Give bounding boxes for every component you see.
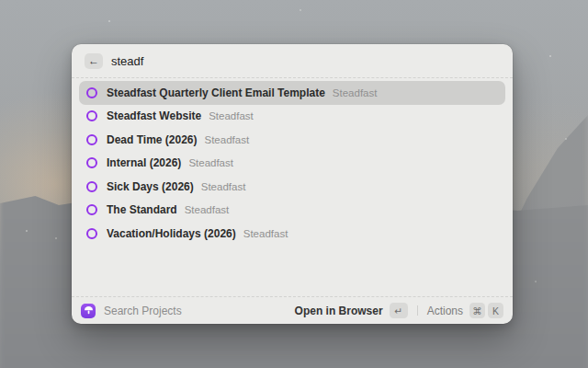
list-item[interactable]: Steadfast Website Steadfast: [79, 105, 505, 129]
wallpaper-speck: [549, 55, 551, 57]
project-ring-icon: [86, 228, 97, 239]
search-input[interactable]: steadf: [111, 54, 143, 68]
project-ring-icon: [86, 87, 97, 98]
wallpaper-speck: [300, 9, 301, 11]
project-title: The Standard: [107, 203, 177, 216]
project-subtitle: Steadfast: [201, 181, 246, 192]
umbrella-glyph: [84, 305, 94, 316]
project-subtitle: Steadfast: [243, 228, 288, 239]
project-title: Internal (2026): [107, 156, 181, 169]
project-title: Steadfast Website: [107, 109, 201, 122]
list-item[interactable]: Steadfast Quarterly Client Email Templat…: [79, 81, 505, 105]
wallpaper-speck: [55, 237, 57, 239]
project-title: Steadfast Quarterly Client Email Templat…: [107, 86, 325, 99]
list-item[interactable]: Internal (2026) Steadfast: [79, 152, 505, 176]
wallpaper-speck: [535, 281, 537, 282]
wallpaper-speck: [108, 20, 110, 22]
project-title: Sick Days (2026): [107, 180, 194, 193]
project-ring-icon: [86, 110, 97, 121]
footer-app-name: Search Projects: [104, 305, 182, 317]
project-title: Dead Time (2026): [107, 133, 198, 146]
wallpaper-speck: [565, 138, 567, 140]
project-ring-icon: [86, 181, 97, 192]
open-in-browser-button[interactable]: Open in Browser: [295, 305, 383, 317]
k-key-icon: K: [488, 303, 503, 318]
actions-button[interactable]: Actions: [427, 305, 463, 317]
back-arrow-icon: ←: [88, 55, 99, 66]
project-subtitle: Steadfast: [205, 134, 250, 145]
footer-divider: [417, 305, 418, 316]
list-item[interactable]: Dead Time (2026) Steadfast: [79, 128, 505, 152]
project-ring-icon: [86, 204, 97, 215]
project-ring-icon: [86, 134, 97, 145]
footer-bar: Search Projects Open in Browser ↵ Action…: [72, 296, 513, 324]
search-header: ← steadf: [72, 44, 513, 78]
actions-shortcut: ⌘ K: [469, 303, 503, 318]
project-subtitle: Steadfast: [188, 157, 233, 168]
list-item[interactable]: Sick Days (2026) Steadfast: [79, 175, 505, 199]
footer-actions: Open in Browser ↵ Actions ⌘ K: [295, 303, 503, 318]
command-palette-window: ← steadf Steadfast Quarterly Client Emai…: [72, 44, 513, 324]
command-key-icon: ⌘: [469, 303, 485, 318]
results-list: Steadfast Quarterly Client Email Templat…: [72, 78, 513, 246]
project-subtitle: Steadfast: [185, 204, 230, 215]
back-button[interactable]: ←: [85, 53, 103, 69]
project-subtitle: Steadfast: [209, 110, 254, 121]
project-subtitle: Steadfast: [333, 87, 378, 98]
project-title: Vacation/Holidays (2026): [107, 227, 236, 240]
list-item[interactable]: Vacation/Holidays (2026) Steadfast: [79, 222, 505, 246]
list-item[interactable]: The Standard Steadfast: [79, 199, 505, 223]
project-ring-icon: [86, 157, 97, 168]
search-projects-app-icon: [81, 304, 96, 318]
wallpaper-speck: [26, 230, 28, 232]
return-key-icon: ↵: [390, 303, 408, 318]
